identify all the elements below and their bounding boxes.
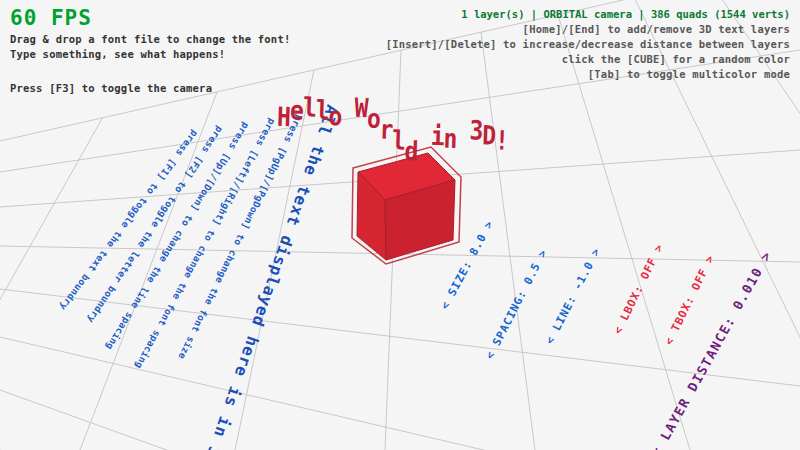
hint-click-cube: click the [CUBE] for a random color — [562, 53, 790, 65]
hint-drag-drop-font: Drag & drop a font file to change the fo… — [10, 33, 290, 45]
hint-multicolor-mode: [Tab] to toggle multicolor mode — [588, 68, 790, 80]
status-bar: 1 layer(s) | ORBITAL camera | 386 quads … — [461, 8, 790, 20]
hint-type-something: Type something, see what happens! — [10, 48, 225, 60]
hint-add-remove-layers: [Home]/[End] to add/remove 3D text layer… — [523, 23, 790, 35]
hint-layer-distance-keys: [Insert]/[Delete] to increase/decrease d… — [386, 38, 790, 50]
hint-toggle-camera: Press [F3] to toggle the camera — [10, 82, 212, 94]
fps-counter: 60 FPS — [10, 6, 92, 30]
app-window: press [F1] to toggle the text boundry pr… — [0, 0, 800, 450]
